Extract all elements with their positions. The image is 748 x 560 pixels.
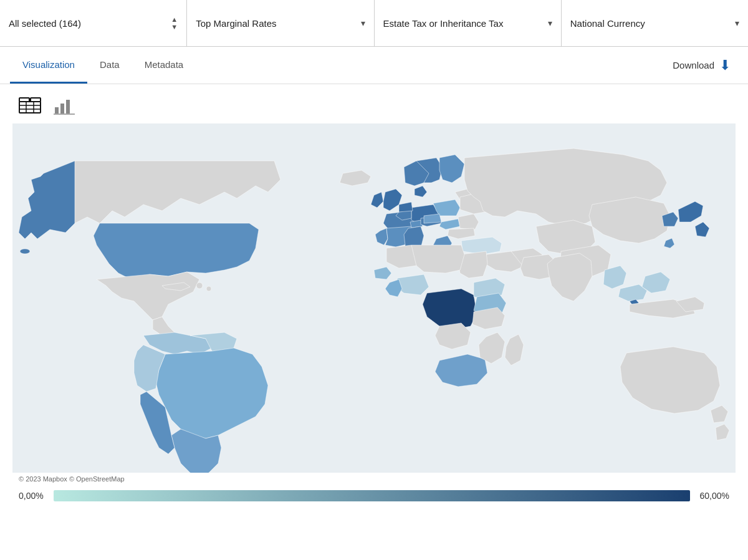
tab-data[interactable]: Data [87, 47, 132, 84]
tax-type-dropdown[interactable]: Estate Tax or Inheritance Tax ▾ [375, 0, 562, 46]
download-button[interactable]: Download ⬇ [665, 54, 738, 77]
svg-point-13 [196, 282, 203, 289]
currency-dropdown-value: National Currency [570, 18, 645, 29]
svg-rect-0 [19, 102, 41, 113]
measure-dropdown[interactable]: Top Marginal Rates ▾ [187, 0, 374, 46]
tabs: Visualization Data Metadata [10, 47, 196, 84]
svg-rect-1 [19, 98, 29, 102]
header-bar: All selected (164) ▲▼ Top Marginal Rates… [0, 0, 748, 47]
legend-area: 0,00% 60,00% [12, 490, 736, 501]
download-label: Download [673, 60, 714, 70]
tab-metadata[interactable]: Metadata [132, 47, 196, 84]
visualization-area: © 2023 Mapbox © OpenStreetMap 0,00% 60,0… [0, 84, 748, 501]
svg-rect-7 [55, 107, 59, 113]
country-dropdown-value: All selected (164) [9, 18, 81, 29]
tab-visualization[interactable]: Visualization [10, 47, 87, 84]
currency-dropdown[interactable]: National Currency ▾ [562, 0, 748, 46]
svg-rect-8 [60, 104, 64, 113]
map-copyright: © 2023 Mapbox © OpenStreetMap [12, 475, 736, 483]
country-dropdown-arrow: ▲▼ [171, 16, 178, 31]
svg-point-14 [206, 286, 211, 291]
svg-rect-9 [66, 100, 70, 113]
download-icon: ⬇ [719, 57, 731, 74]
chart-view-icon[interactable] [54, 97, 75, 119]
tab-bar: Visualization Data Metadata Download ⬇ [0, 47, 748, 84]
legend-bar [54, 490, 690, 501]
currency-dropdown-arrow: ▾ [735, 18, 739, 28]
measure-dropdown-value: Top Marginal Rates [196, 18, 276, 29]
measure-dropdown-arrow: ▾ [361, 18, 365, 28]
view-icons [19, 97, 736, 120]
map-view-icon[interactable] [19, 97, 41, 120]
country-dropdown[interactable]: All selected (164) ▲▼ [0, 0, 187, 46]
tax-type-dropdown-arrow: ▾ [548, 18, 552, 28]
tax-type-dropdown-value: Estate Tax or Inheritance Tax [383, 18, 504, 29]
legend-max-label: 60,00% [700, 491, 729, 501]
world-map[interactable] [12, 123, 736, 473]
svg-rect-2 [31, 98, 41, 102]
legend-min-label: 0,00% [19, 491, 44, 501]
svg-point-12 [20, 249, 30, 254]
